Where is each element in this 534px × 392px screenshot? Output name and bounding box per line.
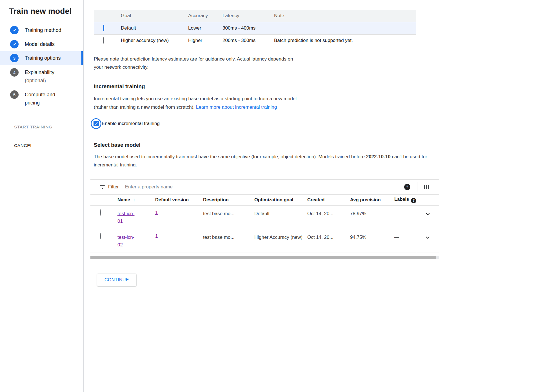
goal-column-header: Goal <box>121 10 188 22</box>
latency-column-header: Latency <box>222 10 274 22</box>
table-row: test-icn-01 1 test base mo... Default Oc… <box>90 205 439 229</box>
incremental-training-heading: Incremental training <box>94 83 534 90</box>
model-version-link[interactable]: 1 <box>155 210 158 215</box>
model-radio-column-header <box>90 195 117 205</box>
note-column-header: Note <box>274 10 416 22</box>
goal-default-radio[interactable] <box>103 25 104 31</box>
model-description-cell: test base mo... <box>203 229 254 253</box>
model-table-header-row: Name↑ Default version Description Optimi… <box>90 195 439 205</box>
model-precision-cell: 94.75% <box>350 229 394 253</box>
sidebar-item-training-options[interactable]: 3 Training options <box>0 51 83 65</box>
base-model-description: The base model used to incrementally tra… <box>94 153 434 170</box>
model-name-link[interactable]: test-icn-01 <box>117 210 138 225</box>
checkbox-label: Enable incremental training <box>102 121 160 126</box>
optimization-goal-column-header: Optimization goal <box>254 195 307 205</box>
accuracy-column-header: Accuracy <box>188 10 222 22</box>
goal-row-higher-accuracy: Higher accuracy (new) Higher 200ms - 300… <box>94 34 416 47</box>
model-name-link[interactable]: test-icn-02 <box>117 233 138 249</box>
step-number-icon: 3 <box>10 54 19 62</box>
created-column-header: Created <box>307 195 350 205</box>
filter-help-icon[interactable]: ? <box>404 184 410 190</box>
goal-higher-accuracy-radio[interactable] <box>103 37 104 44</box>
training-options-panel: Goal Accuracy Latency Note Default Lower… <box>84 0 534 392</box>
filter-label: Filter <box>108 184 119 190</box>
model-version-link[interactable]: 1 <box>155 233 158 239</box>
accuracy-cell: Higher <box>188 34 222 47</box>
learn-more-link[interactable]: Learn more about incremental training <box>196 104 277 110</box>
model-goal-cell: Higher Accuracy (new) <box>254 229 307 253</box>
train-new-model-page: Train new model Training method Model de… <box>0 0 534 392</box>
step-sublabel: (optional) <box>25 78 46 83</box>
table-row: test-icn-02 1 test base mo... Higher Acc… <box>90 229 439 253</box>
note-cell <box>274 22 416 34</box>
base-model-table: Name↑ Default version Description Optimi… <box>90 195 439 253</box>
base-model-card: Filter ? Name↑ Default version Descripti… <box>90 179 439 259</box>
step-label: Compute and pricing <box>25 91 70 107</box>
step-number-icon: 5 <box>10 90 19 99</box>
model-description-cell: test base mo... <box>203 205 254 229</box>
note-cell: Batch prediction is not supported yet. <box>274 34 416 47</box>
expand-column-header <box>416 195 439 205</box>
sidebar-item-compute-and-pricing[interactable]: 5 Compute and pricing <box>0 88 83 110</box>
toolbar-divider <box>417 182 417 192</box>
goal-radio-column-header <box>94 10 121 22</box>
filter-bar: Filter ? <box>90 179 439 195</box>
column-display-icon[interactable] <box>424 185 430 189</box>
model-precision-cell: 78.97% <box>350 205 394 229</box>
start-training-button[interactable]: START TRAINING <box>0 124 83 130</box>
incremental-training-checkbox[interactable] <box>91 118 101 129</box>
goal-table: Goal Accuracy Latency Note Default Lower… <box>94 10 416 47</box>
labels-column-header: Labels? <box>394 195 416 205</box>
incremental-training-description: Incremental training lets you use an exi… <box>94 95 301 112</box>
goal-cell: Default <box>121 22 188 34</box>
expand-row-chevron-icon[interactable] <box>424 234 431 243</box>
filter-input[interactable] <box>125 184 404 190</box>
steps-sidebar: Train new model Training method Model de… <box>0 0 84 392</box>
accuracy-cell: Lower <box>188 22 222 34</box>
model-created-cell: Oct 14, 20... <box>307 229 350 253</box>
horizontal-scrollbar-thumb[interactable] <box>90 256 436 259</box>
step-label: Explainability (optional) <box>25 68 54 85</box>
step-label: Model details <box>25 40 55 48</box>
horizontal-scrollbar <box>90 256 439 259</box>
description-column-header: Description <box>203 195 254 205</box>
sort-ascending-icon: ↑ <box>133 197 135 202</box>
step-number-icon: 4 <box>10 68 19 77</box>
step-label: Training options <box>25 54 61 62</box>
filter-icon <box>100 185 105 189</box>
step-complete-icon <box>10 26 19 34</box>
latency-cell: 200ms - 300ms <box>222 34 274 47</box>
sidebar-item-explainability[interactable]: 4 Explainability (optional) <box>0 65 83 88</box>
enable-incremental-training-row: Enable incremental training <box>91 118 534 129</box>
name-column-header[interactable]: Name↑ <box>117 195 155 205</box>
latency-disclaimer: Please note that prediction latency esti… <box>94 55 294 72</box>
default-version-column-header: Default version <box>155 195 203 205</box>
model-labels-cell: — <box>394 205 416 229</box>
expand-row-chevron-icon[interactable] <box>424 210 431 219</box>
checkbox-checked-icon <box>94 121 99 126</box>
continue-button[interactable]: CONTINUE <box>97 274 136 286</box>
page-title: Train new model <box>0 6 83 23</box>
model-created-cell: Oct 14, 20... <box>307 205 350 229</box>
goal-cell: Higher accuracy (new) <box>121 34 188 47</box>
base-model-radio-test-icn-01[interactable] <box>100 209 101 216</box>
base-model-radio-test-icn-02[interactable] <box>100 233 101 239</box>
latency-cell: 300ms - 400ms <box>222 22 274 34</box>
model-labels-cell: — <box>394 229 416 253</box>
sidebar-item-model-details[interactable]: Model details <box>0 37 83 51</box>
step-label: Training method <box>25 26 61 34</box>
goal-row-default: Default Lower 300ms - 400ms <box>94 22 416 34</box>
goal-table-header-row: Goal Accuracy Latency Note <box>94 10 416 22</box>
sidebar-item-training-method[interactable]: Training method <box>0 23 83 37</box>
labels-help-icon[interactable]: ? <box>411 198 416 203</box>
step-complete-icon <box>10 40 19 48</box>
select-base-model-heading: Select base model <box>94 142 534 148</box>
cutoff-date: 2022-10-10 <box>366 154 391 159</box>
model-goal-cell: Default <box>254 205 307 229</box>
cancel-button[interactable]: CANCEL <box>0 143 83 148</box>
avg-precision-column-header: Avg precision <box>350 195 394 205</box>
